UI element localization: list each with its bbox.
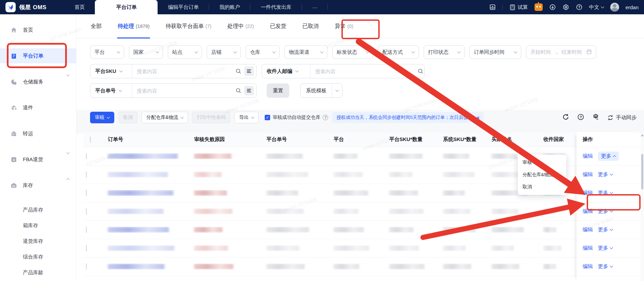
filter-select-平台[interactable]: 平台 [90,45,124,59]
search-field-select-平台SKU[interactable]: 平台SKU [90,64,132,78]
filter-select-店铺[interactable]: 店铺 [207,45,241,59]
filter-select-物流渠道[interactable]: 物流渠道 [284,45,327,59]
sidebar-item-库存[interactable]: 库存 [0,178,76,193]
col-平台单号: 平台单号 [262,136,330,143]
sidebar-subitem-产品库存[interactable]: 产品库存 [0,203,76,217]
topnav-item-2[interactable]: 平台订单 [95,0,158,14]
system-template-dropdown[interactable]: 系统模板 [300,83,342,98]
help-icon[interactable]: ? [577,113,584,122]
row-checkbox[interactable] [86,190,87,196]
tab-已取消[interactable]: 已取消 [303,14,319,38]
refresh-icon[interactable] [562,113,569,122]
language-selector[interactable]: 中文 [589,4,604,11]
manual-sync-button[interactable]: 手动同步 [607,114,636,121]
row-checkbox[interactable] [86,245,87,251]
topnav-item-1[interactable]: 首页 [64,0,95,14]
filter-select-国家[interactable]: 国家 [129,45,163,59]
filter-select-标发状态[interactable]: 标发状态 [332,45,373,59]
row-checkbox[interactable] [86,208,87,215]
row-checkbox[interactable] [86,153,87,159]
topnav-item-6[interactable]: ··· [302,0,327,14]
user-avatar[interactable] [610,3,619,12]
search-field-select-平台单号[interactable]: 平台单号 [90,84,132,97]
inbox-icon[interactable] [489,4,496,11]
search-input-平台单号[interactable] [132,88,235,94]
search-icon[interactable] [235,68,241,74]
sidebar-subitem-产品库龄[interactable]: 产品库龄 [0,266,76,279]
assign-warehouse-button[interactable]: 分配仓库&物流 [142,112,188,123]
username[interactable]: erdan [626,4,639,10]
audit-button[interactable]: 审核 [90,112,114,123]
search-field-select-收件人邮编[interactable]: 收件人邮编 [262,64,310,78]
edit-link[interactable]: 编辑 [583,153,593,159]
filter-select-仓库[interactable]: 仓库 [246,45,280,59]
vertical-scrollbar[interactable] [641,133,644,281]
more-link[interactable]: 更多 [598,245,613,251]
filter-select-订单同步时间[interactable]: 订单同步时间 [469,45,521,59]
print-barcode-button[interactable]: 打印中性条码 [192,112,230,123]
scrollbar-thumb[interactable] [641,154,643,189]
sidebar-subitem-退货库存[interactable]: 退货库存 [0,234,76,248]
edit-link[interactable]: 编辑 [583,190,593,196]
row-checkbox[interactable] [86,227,87,233]
scroll-up-arrow-icon[interactable] [641,134,644,136]
batch-search-icon[interactable] [244,66,254,76]
menu-item-取消[interactable]: 取消 [518,181,566,193]
settings-gear-icon[interactable] [562,4,569,11]
tab-待处理[interactable]: 待处理(1879) [118,14,149,38]
cancel-button[interactable]: 取消 [118,112,137,123]
topnav-item-5[interactable]: 一件代发出库 [250,0,302,14]
search-input-收件人邮编[interactable] [310,68,418,74]
tab-全部[interactable]: 全部 [91,14,102,38]
search-input-平台SKU[interactable] [132,68,235,74]
filter-select-配送方式[interactable]: 配送方式 [378,45,419,59]
sidebar-item-仓储服务[interactable]: 仓储服务 [0,74,76,89]
select-all-checkbox[interactable] [90,136,91,143]
reset-button[interactable]: 重置 [267,83,289,98]
tab-处理中[interactable]: 处理中(22) [228,14,254,38]
topnav-item-3[interactable]: 编辑平台订单 [158,0,209,14]
tab-已发货[interactable]: 已发货 [270,14,287,38]
more-link[interactable]: 更多 [598,171,613,178]
more-link[interactable]: 更多 [598,208,613,215]
edit-link[interactable]: 编辑 [583,245,593,251]
row-checkbox[interactable] [86,263,87,270]
help-icon[interactable]: ? [323,115,328,120]
sidebar-item-平台订单[interactable]: 平台订单 [0,48,76,63]
assistant-robot-icon[interactable] [535,3,543,11]
search-icon[interactable] [235,88,241,94]
more-link[interactable]: 更多 [598,227,613,233]
sidebar-item-退件[interactable]: 退件 [0,100,76,115]
download-icon[interactable] [549,4,556,11]
edit-link[interactable]: 编辑 [583,263,593,270]
date-range-picker[interactable]: 开始时间→结束时间 [526,45,596,59]
more-link[interactable]: 更多 [598,263,613,270]
topnav-item-4[interactable]: 我的账户 [209,0,250,14]
more-link[interactable]: 更多 [598,190,613,196]
help-icon[interactable]: ? [576,4,583,11]
sidebar-item-FBA退货[interactable]: aFBA退货 [0,152,76,167]
sidebar-subitem-综合库存[interactable]: 综合库存 [0,250,76,264]
more-link[interactable]: 更多 [598,152,619,161]
edit-link[interactable]: 编辑 [583,171,593,178]
row-checkbox[interactable] [86,171,87,178]
tab-异常[interactable]: 异常(0) [335,14,353,38]
chevron-down-icon[interactable] [332,84,342,97]
edit-link[interactable]: 编辑 [583,208,593,215]
column-settings-icon[interactable] [592,113,599,122]
batch-search-icon[interactable] [244,86,254,95]
sidebar-item-转运[interactable]: 转运 [0,126,76,141]
filter-select-打印状态[interactable]: 打印状态 [424,45,465,59]
export-button[interactable]: 导出 [234,112,259,123]
sidebar-item-首页[interactable]: 首页 [0,22,76,37]
filter-select-站点[interactable]: 站点 [168,45,202,59]
trial-calc-button[interactable]: 试算 [509,4,528,11]
auto-submit-checkbox[interactable]: ✓ [265,115,270,120]
tab-待获取平台面单[interactable]: 待获取平台面单(7) [165,14,211,38]
banner-close-icon[interactable]: × [477,115,480,121]
menu-item-分配仓库&物流[interactable]: 分配仓库&物流 [518,169,566,181]
search-icon[interactable] [418,68,424,74]
menu-item-审核[interactable]: 审核 [518,156,566,169]
sidebar-subitem-箱库存[interactable]: 箱库存 [0,219,76,232]
edit-link[interactable]: 编辑 [583,227,593,233]
